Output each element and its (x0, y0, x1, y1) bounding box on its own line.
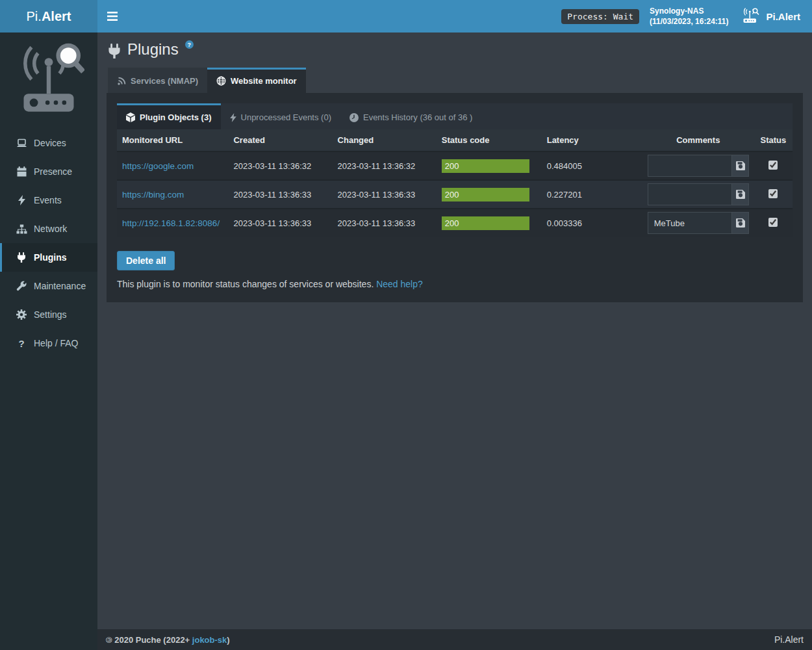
col-monitored-url: Monitored URL (117, 129, 228, 151)
status-code-bar: 200 (442, 216, 530, 230)
tab-label: Events History (36 out of 36 ) (363, 112, 472, 122)
comment-input[interactable] (648, 212, 733, 234)
table-header-row: Monitored URL Created Changed Status cod… (117, 129, 793, 151)
table-row: http://192.168.1.82:8086/ 2023-03-11 13:… (117, 209, 793, 237)
tab-plugin-objects[interactable]: Plugin Objects (3) (117, 103, 221, 129)
footer-app-name: Pi.Alert (774, 634, 804, 645)
col-status-code: Status code (437, 129, 542, 151)
status-checkbox[interactable] (768, 161, 778, 170)
plugin-inner-tabs: Plugin Objects (3) Unprocessed Events (0… (117, 103, 793, 129)
created-value: 2023-03-11 13:36:33 (228, 180, 332, 209)
status-checkbox[interactable] (768, 218, 778, 227)
website-monitor-panel: Plugin Objects (3) Unprocessed Events (0… (107, 93, 803, 302)
latency-value: 0.484005 (542, 151, 642, 180)
laptop-icon (16, 138, 27, 148)
page-title: Plugins (127, 41, 179, 58)
comment-input[interactable] (648, 183, 733, 205)
save-icon (736, 218, 745, 228)
delete-all-button[interactable]: Delete all (117, 251, 175, 270)
title-help-badge[interactable]: ? (185, 40, 194, 49)
plug-title-icon (108, 44, 121, 58)
status-code-bar: 200 (442, 159, 530, 173)
cube-icon (126, 112, 135, 122)
router-search-icon (741, 8, 761, 25)
copyleft-symbol: © (106, 635, 112, 645)
signal-icon (117, 77, 126, 86)
bolt-icon (230, 113, 236, 122)
monitored-url-link[interactable]: https://google.com (122, 161, 194, 171)
bolt-icon (16, 195, 27, 205)
sidebar-item-events[interactable]: Events (0, 186, 97, 214)
monitored-urls-table: Monitored URL Created Changed Status cod… (117, 129, 793, 237)
clock-icon (349, 113, 359, 122)
sidebar-item-maintenance[interactable]: Maintenance (0, 272, 97, 300)
tab-label: Unprocessed Events (0) (241, 112, 331, 122)
plug-icon (16, 252, 27, 263)
tab-unprocessed-events[interactable]: Unprocessed Events (0) (221, 103, 340, 129)
monitored-url-link[interactable]: https://bing.com (122, 190, 184, 200)
col-status: Status (754, 129, 793, 151)
gear-icon (16, 309, 27, 320)
sidebar-item-devices[interactable]: Devices (0, 129, 97, 157)
sidebar-item-label: Devices (34, 138, 66, 148)
sidebar-toggle-button[interactable] (97, 0, 127, 32)
table-row: https://bing.com 2023-03-11 13:36:33 202… (117, 180, 793, 209)
save-icon (736, 190, 745, 199)
save-comment-button[interactable] (732, 155, 748, 177)
sidebar-item-label: Presence (34, 166, 72, 177)
sidebar-item-label: Maintenance (34, 281, 86, 291)
latency-value: 0.227201 (542, 180, 642, 209)
changed-value: 2023-03-11 13:36:33 (333, 209, 437, 237)
top-navbar: Pi.Alert Process: Wait Synology-NAS (11/… (0, 0, 812, 32)
brand-logo[interactable]: Pi.Alert (0, 0, 97, 32)
tab-events-history[interactable]: Events History (36 out of 36 ) (340, 103, 481, 129)
tab-label: Plugin Objects (3) (140, 112, 212, 122)
sidebar-item-label: Settings (34, 309, 67, 320)
tab-services-nmap[interactable]: Services (NMAP) (108, 68, 207, 93)
sidebar-item-label: Network (34, 224, 67, 234)
table-row: https://google.com 2023-03-11 13:36:32 2… (117, 151, 793, 180)
plugin-description: This plugin is to monitor status changes… (117, 279, 793, 289)
wrench-icon (16, 281, 27, 291)
jokob-sk-link[interactable]: jokob-sk (192, 635, 227, 645)
app-title: Pi.Alert (766, 11, 800, 22)
col-comments: Comments (642, 129, 754, 151)
sidebar-item-network[interactable]: Network (0, 214, 97, 243)
created-value: 2023-03-11 13:36:33 (228, 209, 332, 237)
col-changed: Changed (333, 129, 437, 151)
tab-label: Services (NMAP) (131, 76, 198, 86)
save-comment-button[interactable] (732, 212, 748, 234)
hamburger-icon (107, 12, 118, 21)
sidebar-item-presence[interactable]: Presence (0, 157, 97, 186)
save-comment-button[interactable] (732, 183, 748, 205)
host-name: Synology-NAS (650, 6, 728, 16)
sidebar-item-plugins[interactable]: Plugins (0, 243, 97, 272)
footer-credits: © 2020 Puche (2022+ jokob-sk) (106, 635, 230, 645)
sidebar: Devices Presence Events Network (0, 32, 97, 650)
sidebar-logo (0, 32, 97, 129)
app-header-link[interactable]: Pi.Alert (739, 8, 803, 25)
calendar-icon (16, 166, 27, 177)
col-created: Created (228, 129, 332, 151)
tab-label: Website monitor (231, 76, 297, 86)
sidebar-item-label: Plugins (34, 252, 67, 263)
content-area: Plugins ? Services (NMAP) (97, 32, 812, 629)
save-icon (736, 161, 745, 170)
comment-input[interactable] (648, 155, 733, 177)
process-status-badge: Process: Wait (561, 9, 639, 24)
status-checkbox[interactable] (768, 189, 778, 198)
created-value: 2023-03-11 13:36:32 (228, 151, 332, 180)
question-icon: ? (16, 338, 27, 349)
sidebar-item-settings[interactable]: Settings (0, 300, 97, 329)
latency-value: 0.003336 (542, 209, 642, 237)
tab-website-monitor[interactable]: Website monitor (207, 68, 306, 93)
host-timestamp: (11/03/2023, 16:24:11) (650, 16, 728, 27)
sidebar-item-label: Help / FAQ (34, 338, 78, 348)
footer: © 2020 Puche (2022+ jokob-sk) Pi.Alert (97, 629, 812, 650)
globe-icon (216, 76, 226, 86)
monitored-url-link[interactable]: http://192.168.1.82:8086/ (122, 218, 220, 228)
need-help-link[interactable]: Need help? (376, 279, 423, 289)
sidebar-item-help[interactable]: ? Help / FAQ (0, 329, 97, 358)
changed-value: 2023-03-11 13:36:32 (333, 151, 437, 180)
changed-value: 2023-03-11 13:36:33 (333, 180, 437, 209)
